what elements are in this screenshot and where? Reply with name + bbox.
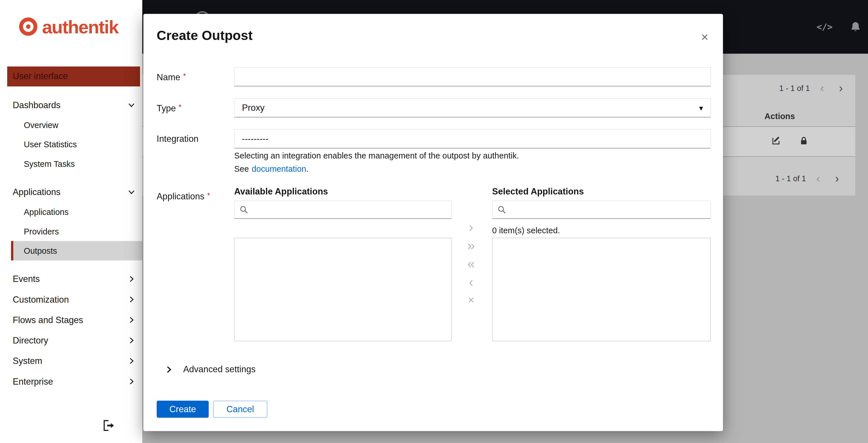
name-label: Name*	[157, 72, 186, 83]
group-label: Events	[13, 274, 40, 284]
label-text: Integration	[157, 134, 198, 144]
item-label: Applications	[24, 207, 69, 216]
group-label: Flows and Stages	[13, 315, 83, 325]
actions-column-header: Actions	[765, 111, 795, 121]
pagination-label: 1 - 1 of 1	[775, 174, 806, 183]
move-right-button[interactable]: ›	[469, 221, 473, 232]
selected-applications-title: Selected Applications	[492, 187, 584, 197]
item-label: Providers	[24, 227, 59, 236]
sidebar-group-applications[interactable]: Applications	[0, 182, 142, 202]
integration-select-value: ---------	[242, 134, 269, 144]
sidebar-item-outposts[interactable]: Outposts	[11, 241, 142, 260]
sidebar-nav: Dashboards Overview User Statistics Syst…	[0, 95, 142, 391]
pagination-bottom: 1 - 1 of 1 ‹ ›	[775, 171, 843, 186]
required-asterisk: *	[183, 72, 186, 80]
move-all-left-button[interactable]: «	[467, 258, 475, 269]
label-text: Type	[157, 104, 176, 113]
advanced-settings-toggle[interactable]: Advanced settings	[165, 364, 255, 375]
chevron-right-icon	[128, 276, 134, 282]
chevron-right-icon	[165, 366, 172, 373]
pagination-top: 1 - 1 of 1 ‹ ›	[779, 80, 847, 96]
create-outpost-modal: Create Outpost ✕ Name* Type* Proxy ▾ Int…	[144, 14, 723, 431]
sidebar-group-customization[interactable]: Customization	[0, 289, 142, 309]
move-left-button[interactable]: ‹	[469, 276, 473, 287]
sidebar-item-overview[interactable]: Overview	[0, 115, 142, 135]
pagination-next-icon[interactable]: ›	[834, 81, 847, 95]
type-select-value: Proxy	[242, 103, 265, 113]
clear-button[interactable]: ✕	[467, 294, 475, 306]
move-all-right-button[interactable]: »	[467, 239, 475, 251]
chevron-down-icon	[128, 189, 134, 195]
close-icon[interactable]: ✕	[699, 29, 711, 46]
integration-label: Integration	[157, 134, 198, 144]
item-label: Outposts	[24, 246, 57, 256]
available-search-input[interactable]	[234, 201, 452, 219]
item-label: Overview	[24, 120, 58, 130]
item-label: User Statistics	[24, 140, 77, 149]
integration-select[interactable]: ---------	[234, 129, 711, 148]
advanced-settings-label: Advanced settings	[183, 364, 256, 375]
applications-label: Applications*	[157, 191, 210, 202]
cancel-button[interactable]: Cancel	[213, 401, 267, 418]
group-label: Enterprise	[13, 377, 53, 387]
pagination-label: 1 - 1 of 1	[779, 84, 810, 93]
sidebar-item-user-statistics[interactable]: User Statistics	[0, 135, 142, 154]
label-text: Name	[157, 72, 180, 82]
pagination-prev-icon[interactable]: ‹	[812, 171, 825, 185]
integration-help-line2: Seedocumentation.	[234, 164, 309, 174]
group-label: Applications	[13, 187, 60, 197]
chevron-right-icon	[128, 378, 134, 384]
sidebar-group-events[interactable]: Events	[0, 269, 142, 289]
sidebar-item-applications[interactable]: Applications	[0, 202, 142, 222]
sidebar-item-system-tasks[interactable]: System Tasks	[0, 154, 142, 173]
selected-count-text: 0 item(s) selected.	[492, 226, 560, 235]
documentation-link[interactable]: documentation	[252, 164, 306, 174]
pagination-prev-icon[interactable]: ‹	[815, 81, 829, 95]
authentik-logo-mark-icon	[17, 15, 39, 39]
authentik-wordmark: authentik	[42, 17, 118, 38]
sidebar-item-providers[interactable]: Providers	[0, 222, 142, 241]
chevron-right-icon	[128, 317, 134, 323]
group-label: Directory	[13, 335, 48, 346]
type-select[interactable]: Proxy ▾	[234, 98, 711, 117]
screen: </> 1 - 1 of 1 ‹ › Actions 1 - 1 of 1	[0, 0, 868, 443]
required-asterisk: *	[207, 191, 210, 199]
api-drawer-icon[interactable]: </>	[816, 22, 833, 32]
name-input[interactable]	[234, 67, 711, 86]
user-interface-label: User interface	[13, 71, 68, 81]
caret-down-icon: ▾	[699, 103, 703, 112]
sidebar-group-enterprise[interactable]: Enterprise	[0, 371, 142, 391]
item-label: System Tasks	[24, 159, 75, 169]
chevron-right-icon	[128, 337, 134, 344]
sidebar-group-directory[interactable]: Directory	[0, 330, 142, 351]
chevron-right-icon	[128, 296, 134, 302]
sidebar: authentik User interface Dashboards Over…	[0, 0, 142, 443]
lock-icon[interactable]	[800, 136, 808, 148]
selected-search-input[interactable]	[492, 201, 711, 219]
group-label: Customization	[13, 295, 69, 305]
type-label: Type*	[157, 103, 181, 114]
pagination-next-icon[interactable]: ›	[830, 171, 843, 185]
sidebar-group-system[interactable]: System	[0, 351, 142, 371]
available-applications-title: Available Applications	[234, 187, 328, 197]
help-see-text: See	[234, 164, 249, 174]
sidebar-group-dashboards[interactable]: Dashboards	[0, 95, 142, 115]
selected-applications-listbox[interactable]	[492, 238, 711, 341]
modal-title: Create Outpost	[157, 28, 253, 43]
label-text: Applications	[157, 191, 204, 201]
sign-out-icon[interactable]	[103, 420, 115, 433]
group-label: Dashboards	[13, 100, 60, 110]
notifications-bell-icon[interactable]	[850, 21, 861, 34]
authentik-logo[interactable]: authentik	[17, 15, 118, 39]
integration-help-text: Selecting an integration enables the man…	[234, 151, 519, 160]
sidebar-group-flows-and-stages[interactable]: Flows and Stages	[0, 310, 142, 330]
edit-icon[interactable]	[772, 136, 781, 147]
required-asterisk: *	[179, 103, 182, 111]
chevron-down-icon	[128, 102, 134, 108]
available-applications-listbox[interactable]	[234, 238, 452, 341]
user-interface-button[interactable]: User interface	[7, 66, 140, 86]
dual-list-controls: › » « ‹ ✕	[462, 221, 480, 306]
chevron-right-icon	[128, 358, 134, 364]
create-button[interactable]: Create	[157, 401, 209, 418]
help-period: .	[306, 164, 308, 174]
